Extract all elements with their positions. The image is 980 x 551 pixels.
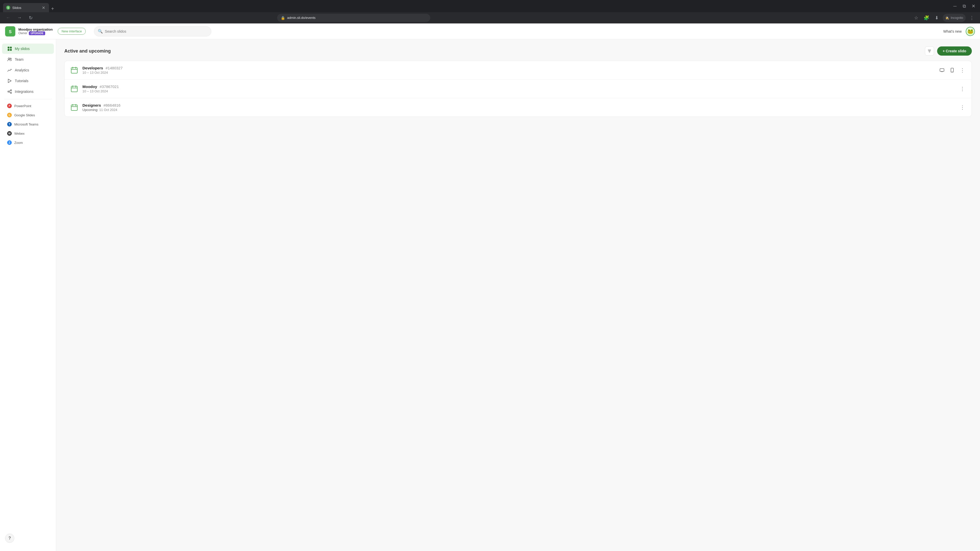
avatar-emoji: 🐸 bbox=[967, 28, 974, 35]
main-content: Active and upcoming + Create slido bbox=[56, 39, 980, 551]
sidebar: My slidos Team bbox=[0, 39, 56, 551]
event-info-developers: Developers #1480327 10 – 13 Oct 2024 bbox=[83, 66, 938, 75]
create-slido-button[interactable]: + Create slido bbox=[937, 46, 972, 56]
url-security-icon: 🔒 bbox=[281, 16, 285, 20]
powerpoint-icon: P bbox=[7, 103, 12, 108]
back-button[interactable]: ← bbox=[4, 14, 12, 22]
url-bar[interactable]: 🔒 admin.sli.do/events bbox=[277, 14, 430, 22]
sidebar-item-my-slidos-label: My slidos bbox=[15, 47, 30, 51]
search-icon: 🔍 bbox=[98, 29, 103, 34]
table-row[interactable]: Moodoy #37867021 10 – 13 Oct 2024 ⋮ bbox=[65, 79, 972, 98]
svg-point-7 bbox=[10, 58, 11, 59]
svg-point-6 bbox=[8, 58, 10, 59]
sidebar-item-microsoft-teams-label: Microsoft Teams bbox=[14, 122, 38, 126]
event-name-row: Moodoy #37867021 bbox=[83, 84, 958, 89]
calendar-icon-moodoy bbox=[70, 84, 79, 94]
svg-line-13 bbox=[9, 92, 11, 93]
calendar-icon bbox=[71, 104, 78, 111]
upcoming-label: Upcoming: bbox=[83, 108, 98, 112]
help-button[interactable]: ? bbox=[5, 534, 14, 543]
sidebar-item-zoom[interactable]: Z Zoom bbox=[2, 138, 54, 147]
event-name-moodoy: Moodoy bbox=[83, 84, 97, 89]
org-role-row: Owner UPGRADE bbox=[18, 32, 52, 35]
maximize-button[interactable]: ⧉ bbox=[961, 3, 968, 10]
section-title: Active and upcoming bbox=[64, 48, 111, 54]
zoom-icon: Z bbox=[7, 140, 12, 145]
svg-marker-8 bbox=[8, 79, 11, 83]
calendar-icon bbox=[71, 85, 78, 92]
browser-actions: ☆ 🧩 ⬇ 🕵 Incognito ⋮ bbox=[912, 14, 976, 22]
more-options-button-moodoy[interactable]: ⋮ bbox=[958, 85, 966, 93]
filter-button[interactable] bbox=[925, 46, 934, 56]
extensions-button[interactable]: 🧩 bbox=[922, 14, 931, 22]
event-info-designers: Designers #8664816 Upcoming: 11 Oct 2024 bbox=[83, 103, 958, 112]
svg-text:S: S bbox=[9, 30, 12, 34]
tab-title: Slidos bbox=[12, 6, 39, 10]
whats-new-button[interactable]: What's new bbox=[943, 29, 962, 33]
event-actions-designers: ⋮ bbox=[958, 103, 966, 111]
sidebar-item-team[interactable]: Team bbox=[2, 54, 54, 65]
sidebar-item-analytics[interactable]: Analytics bbox=[2, 65, 54, 75]
sidebar-item-analytics-label: Analytics bbox=[15, 68, 29, 72]
header-right: What's new 🐸 bbox=[943, 27, 975, 36]
sidebar-item-microsoft-teams[interactable]: T Microsoft Teams bbox=[2, 120, 54, 129]
sidebar-item-google-slides-label: Google Slides bbox=[14, 113, 35, 117]
tab-close-button[interactable]: ✕ bbox=[41, 5, 46, 10]
org-role: Owner bbox=[18, 32, 27, 35]
sidebar-item-my-slidos[interactable]: My slidos bbox=[2, 44, 54, 54]
sidebar-item-webex[interactable]: W Webex bbox=[2, 129, 54, 138]
header-left: S Moodjoy organization Owner UPGRADE New… bbox=[5, 26, 86, 37]
bookmark-button[interactable]: ☆ bbox=[912, 14, 920, 22]
search-input[interactable] bbox=[105, 29, 207, 33]
sidebar-item-tutorials[interactable]: Tutorials bbox=[2, 76, 54, 86]
sidebar-item-webex-label: Webex bbox=[14, 132, 24, 135]
event-info-moodoy: Moodoy #37867021 10 – 13 Oct 2024 bbox=[83, 84, 958, 93]
incognito-icon: 🕵 bbox=[945, 16, 949, 20]
new-interface-button[interactable]: New interface bbox=[58, 28, 86, 35]
browser-chrome: S Slidos ✕ + ─ ⧉ ✕ bbox=[0, 0, 980, 12]
search-bar[interactable]: 🔍 bbox=[94, 26, 211, 37]
desktop-view-button[interactable] bbox=[938, 66, 946, 74]
event-name-developers: Developers bbox=[83, 66, 103, 70]
tutorials-icon bbox=[7, 78, 12, 83]
svg-rect-3 bbox=[10, 47, 12, 48]
sidebar-item-powerpoint[interactable]: P PowerPoint bbox=[2, 102, 54, 110]
close-window-button[interactable]: ✕ bbox=[970, 3, 977, 10]
browser-menu-button[interactable]: ⋮ bbox=[968, 14, 976, 22]
table-row[interactable]: Developers #1480327 10 – 13 Oct 2024 bbox=[65, 61, 972, 79]
svg-rect-4 bbox=[8, 49, 10, 51]
sidebar-item-tutorials-label: Tutorials bbox=[15, 79, 28, 83]
more-options-button-designers[interactable]: ⋮ bbox=[958, 103, 966, 111]
new-tab-button[interactable]: + bbox=[49, 5, 56, 12]
active-tab[interactable]: S Slidos ✕ bbox=[3, 3, 49, 12]
header-actions: + Create slido bbox=[925, 46, 972, 56]
calendar-icon-developers bbox=[70, 65, 79, 75]
table-row[interactable]: Designers #8664816 Upcoming: 11 Oct 2024… bbox=[65, 98, 972, 117]
download-button[interactable]: ⬇ bbox=[932, 14, 941, 22]
incognito-badge: 🕵 Incognito bbox=[943, 14, 966, 22]
event-date-value: 11 Oct 2024 bbox=[99, 108, 118, 112]
sidebar-item-google-slides[interactable]: G Google Slides bbox=[2, 111, 54, 119]
content-header: Active and upcoming + Create slido bbox=[64, 46, 972, 56]
svg-point-9 bbox=[8, 91, 9, 92]
minimize-button[interactable]: ─ bbox=[951, 3, 959, 10]
upgrade-badge[interactable]: UPGRADE bbox=[29, 32, 45, 35]
sidebar-divider bbox=[4, 99, 52, 99]
event-name-row: Developers #1480327 bbox=[83, 66, 938, 70]
more-options-button-developers[interactable]: ⋮ bbox=[958, 66, 966, 74]
sidebar-item-integrations[interactable]: Integrations bbox=[2, 86, 54, 97]
slido-logo[interactable]: S bbox=[5, 26, 15, 37]
google-slides-icon: G bbox=[7, 113, 12, 118]
event-date-designers: Upcoming: 11 Oct 2024 bbox=[83, 108, 958, 112]
svg-line-12 bbox=[9, 91, 11, 91]
user-avatar[interactable]: 🐸 bbox=[966, 27, 975, 36]
org-info: Moodjoy organization Owner UPGRADE bbox=[18, 27, 52, 35]
reload-button[interactable]: ↻ bbox=[27, 14, 35, 22]
microsoft-teams-icon: T bbox=[7, 122, 12, 127]
desktop-icon bbox=[940, 68, 944, 72]
sidebar-item-integrations-label: Integrations bbox=[15, 89, 33, 94]
svg-rect-5 bbox=[10, 49, 12, 51]
url-text: admin.sli.do/events bbox=[287, 16, 315, 20]
mobile-view-button[interactable] bbox=[948, 66, 956, 74]
forward-button[interactable]: → bbox=[15, 14, 24, 22]
